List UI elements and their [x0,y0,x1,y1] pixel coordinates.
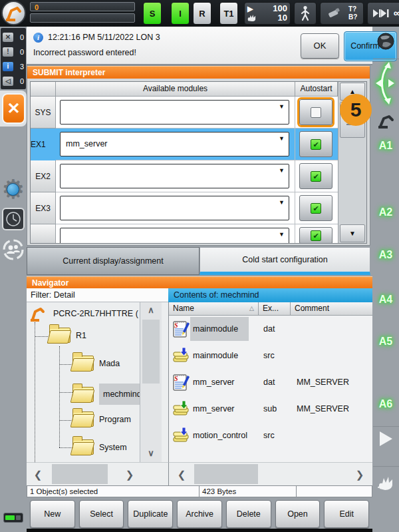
selection-status: 1 Object(s) selected [27,485,200,497]
scroll-up-chevron[interactable]: ∧ [140,305,162,315]
clock-button[interactable] [2,208,25,230]
play-button[interactable] [380,431,392,446]
file-name: mm_server [193,404,235,413]
jog-mode-button[interactable] [294,2,317,25]
archive-button[interactable]: Archive [177,500,222,528]
tree-node-mada[interactable]: Mada [72,356,120,371]
filter-bar[interactable]: Filter: Detail [27,288,168,302]
tree-scrollbar-vertical[interactable]: ∧ ∨ [140,302,162,462]
close-window-button[interactable]: ✕ [2,93,25,124]
contents-header: Contents of: mechmind [168,288,372,302]
ex2-autostart-checkbox[interactable]: ✔ [299,163,332,189]
drives-key-label: I [179,9,182,19]
size-status: 423 Bytes [199,485,297,497]
tree-scrollbar-horizontal[interactable]: ❮ ❯ [27,462,168,485]
ex3-module-combobox[interactable]: ▼ [60,196,289,220]
tab-current-label: Current display/assignment [63,256,163,266]
secondary-bar [30,13,135,23]
partial-autostart-checkbox[interactable]: ✔ [299,227,332,244]
run-status-key[interactable]: R [193,2,211,25]
axis-label-a5[interactable]: A5 [372,336,399,348]
world-coordinates-button[interactable] [376,32,395,53]
scroll-left-chevron[interactable]: ❮ [173,466,190,483]
error-count: 0 [20,33,24,41]
sort-asc-icon: △ [249,302,254,315]
axis-label-a3[interactable]: A3 [372,249,399,261]
drives-status-key[interactable]: I [171,2,190,25]
new-button[interactable]: New [30,500,75,528]
ex1-module-combobox[interactable]: mm_server ▼ [60,132,289,156]
tab-cold-start[interactable]: Cold start configuration [200,247,370,275]
tree-node-system[interactable]: System [72,439,127,455]
column-header-name[interactable]: Name △ [169,302,259,316]
mode-status-key[interactable]: T1 [219,2,238,25]
column-header-ext[interactable]: Ex... [259,302,291,316]
scroll-right-chevron[interactable]: ❯ [121,466,138,483]
file-row-mainmodule-dat[interactable]: S mainmodule dat [169,317,372,344]
tab-current-display[interactable]: Current display/assignment [27,247,200,275]
manual-guide-button[interactable] [378,475,395,493]
axis-label-a6[interactable]: A6 [372,398,399,410]
jog-direction-indicator[interactable] [374,61,397,107]
scroll-right-chevron[interactable]: ❯ [351,466,368,483]
ok-button[interactable]: OK [301,33,339,59]
tree-connector [59,420,72,421]
ex3-autostart-checkbox[interactable]: ✔ [299,195,332,221]
ex1-autostart-checkbox[interactable]: ✔ [299,131,332,157]
tool-base-button[interactable]: T? B? [320,2,364,25]
contents-hscroll-thumb[interactable] [194,464,258,484]
file-row-motioncontrol-src[interactable]: motion_control src [169,423,372,450]
tree-node-program[interactable]: Program [72,411,131,427]
delete-button[interactable]: Delete [226,500,271,528]
file-row-mainmodule-src[interactable]: mainmodule src [169,344,372,370]
checkbox-checked: ✔ [311,139,321,150]
scroll-left-chevron[interactable]: ❮ [29,466,47,483]
contents-scrollbar-horizontal[interactable]: ❮ ❯ [168,462,372,485]
user-group-button[interactable] [2,238,25,261]
step-mode-button[interactable]: ∞ [367,2,399,25]
infinity-label: ∞ [394,7,399,19]
partial-module-combobox[interactable]: ▼ [60,228,289,244]
autostart-cell [295,97,338,129]
submit-status-key[interactable]: S [143,2,162,25]
jog-override-value: 10 [278,13,287,23]
info-counter[interactable]: i 3 [1,59,26,74]
warning-counter[interactable]: ! 0 [1,45,26,59]
axis-label-a2[interactable]: A2 [372,206,399,218]
battery-level-green [5,515,15,520]
ack-counter[interactable]: ◁ 0 [1,74,26,89]
src-module-icon [172,346,190,367]
sidebar-divider [373,426,399,427]
scroll-down-button[interactable]: ▼ [340,224,365,242]
column-header-comment[interactable]: Comment [291,302,372,316]
duplicate-button[interactable]: Duplicate [128,500,173,528]
base-query-label: B? [348,13,357,21]
file-comment: MM_SERVER [297,404,349,413]
file-row-mmserver-sub[interactable]: mm_server sub MM_SERVER [169,397,372,423]
open-button[interactable]: Open [275,500,321,528]
error-counter[interactable]: ✕ 0 [1,30,26,45]
sys-autostart-checkbox[interactable] [299,99,332,125]
tool-icon [327,7,341,20]
tree-node-controller[interactable]: PCRC-2RL7HHTTRE (KRC [28,304,138,324]
axis-label-a1[interactable]: A1 [372,140,399,152]
interpreter-label-ex1: EX1 [31,129,56,160]
robot-logo-icon[interactable] [1,1,26,25]
tree-connector [59,346,60,447]
file-row-mmserver-dat[interactable]: S mm_server dat MM_SERVER [169,370,372,397]
submit-key-label: S [150,9,156,19]
close-icon: ✕ [7,99,20,117]
override-speed-button[interactable]: ▶100 10 [244,2,291,25]
tree-hscroll-thumb[interactable] [52,464,108,484]
program-progress-bars: 0 [30,2,136,25]
edit-button[interactable]: Edit [324,500,369,528]
select-button[interactable]: Select [79,500,124,528]
tree-connector [59,447,72,448]
scroll-down-chevron[interactable]: ∨ [140,448,162,458]
tree-scrollbar-thumb[interactable] [142,320,160,384]
tree-node-r1[interactable]: R1 [49,328,86,343]
ex2-module-combobox[interactable]: ▼ [60,164,289,188]
sys-module-combobox[interactable]: ▼ [60,100,289,125]
tcp-jog-button[interactable] [376,112,395,131]
axis-label-a4[interactable]: A4 [372,294,399,306]
